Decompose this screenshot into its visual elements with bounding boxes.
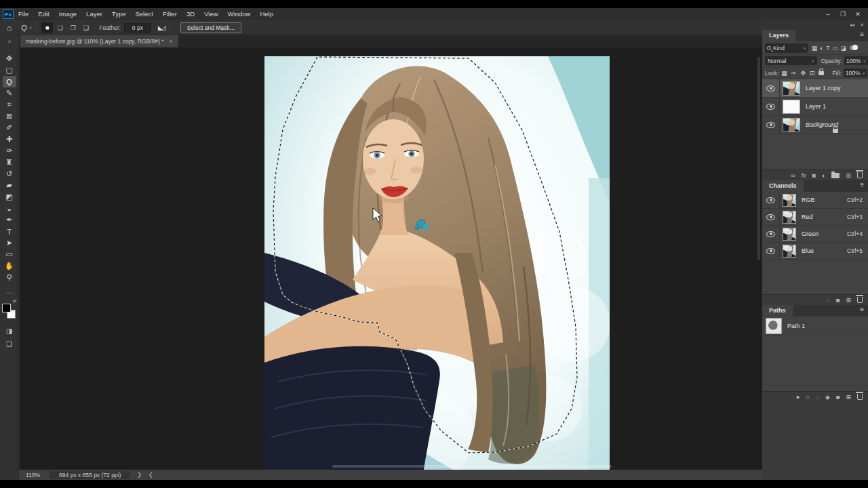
eye-icon[interactable]: [766, 248, 775, 254]
add-layer-mask-icon[interactable]: ◙: [812, 170, 816, 181]
menu-layer[interactable]: Layer: [81, 8, 107, 20]
menu-type[interactable]: Type: [107, 8, 131, 20]
paths-menu-icon[interactable]: ≡: [860, 306, 864, 313]
hand-tool[interactable]: ✋: [3, 260, 16, 272]
dock-close-icon[interactable]: ✕: [860, 22, 864, 28]
lock-pixels-icon[interactable]: ✑: [791, 70, 797, 77]
collapse-panels-icon[interactable]: ◂◂: [850, 22, 854, 28]
layer-thumbnail[interactable]: [783, 81, 800, 96]
toolbar-collapse-icon[interactable]: »: [0, 35, 19, 47]
filter-shape-layers-icon[interactable]: ▭: [832, 45, 837, 52]
load-channel-selection-icon[interactable]: ◌: [827, 295, 830, 306]
anti-alias-icon[interactable]: ◣◿: [158, 24, 165, 31]
path-name[interactable]: Path 1: [787, 323, 805, 329]
menu-file[interactable]: File: [14, 8, 33, 20]
lock-artboard-icon[interactable]: ⊡: [810, 70, 815, 77]
visibility-column[interactable]: [762, 98, 780, 115]
fill-dropdown[interactable]: 100% ∨: [844, 68, 867, 77]
horizontal-scrollbar[interactable]: [332, 465, 612, 468]
filter-smart-object-icon[interactable]: ◪: [840, 45, 846, 52]
home-icon[interactable]: ⌂: [7, 23, 12, 33]
link-layers-icon[interactable]: ∞: [791, 170, 795, 181]
visibility-column[interactable]: [762, 243, 780, 259]
filter-adjustment-layers-icon[interactable]: ◐: [820, 45, 823, 52]
screen-mode-icon[interactable]: ❏: [6, 340, 12, 348]
restore-button[interactable]: ❐: [835, 8, 850, 20]
channel-row-red[interactable]: Red Ctrl+3: [762, 209, 868, 226]
lock-position-icon[interactable]: ✥: [800, 70, 806, 77]
menu-help[interactable]: Help: [255, 8, 278, 20]
tab-channels[interactable]: Channels: [762, 180, 804, 192]
subtract-from-selection-mode[interactable]: ❐: [67, 22, 79, 33]
eraser-tool[interactable]: ▰: [3, 180, 16, 191]
new-path-icon[interactable]: ⊞: [846, 392, 851, 403]
tab-layers[interactable]: Layers: [762, 30, 795, 41]
menu-select[interactable]: Select: [130, 8, 157, 20]
select-and-mask-button[interactable]: Select and Mask...: [180, 22, 241, 33]
close-button[interactable]: ✕: [850, 8, 865, 20]
blend-mode-dropdown[interactable]: Normal ∨: [765, 56, 817, 65]
new-channel-icon[interactable]: ⊞: [846, 295, 851, 306]
layer-row-background[interactable]: Background: [762, 116, 868, 134]
make-work-path-icon[interactable]: ◈: [825, 392, 830, 403]
document-tab[interactable]: masking-before.jpg @ 110% (Layer 1 copy,…: [20, 35, 178, 47]
menu-filter[interactable]: Filter: [158, 8, 182, 20]
layer-filter-kind-dropdown[interactable]: Kind ∨: [765, 43, 808, 53]
menu-window[interactable]: Window: [223, 8, 256, 20]
channel-row-rgb[interactable]: RGB Ctrl+2: [762, 192, 868, 209]
adjustment-layer-icon[interactable]: ◐: [822, 170, 825, 181]
healing-brush-tool[interactable]: ✚: [3, 134, 16, 145]
crop-tool[interactable]: ⌗: [3, 99, 16, 110]
lasso-tool-preset-icon[interactable]: Ϙ: [21, 24, 27, 32]
vertical-scrollbar[interactable]: [757, 57, 760, 260]
visibility-column[interactable]: [762, 209, 780, 225]
visibility-column[interactable]: [762, 192, 780, 208]
lasso-tool[interactable]: Ϙ: [3, 76, 16, 87]
menu-3d[interactable]: 3D: [182, 8, 199, 20]
zoom-level[interactable]: 110%: [26, 472, 40, 479]
dodge-tool[interactable]: ◒: [3, 203, 16, 214]
shape-tool[interactable]: ▭: [3, 249, 16, 260]
menu-view[interactable]: View: [199, 8, 222, 20]
path-selection-tool[interactable]: ➤: [3, 237, 16, 249]
eye-icon[interactable]: [766, 197, 775, 203]
eyedropper-tool[interactable]: ✐: [3, 122, 16, 134]
filter-pixel-layers-icon[interactable]: ▦: [812, 45, 817, 52]
eye-icon[interactable]: [766, 214, 775, 220]
document-info[interactable]: 694 px x 855 px (72 ppi): [50, 471, 130, 479]
minimize-button[interactable]: –: [821, 8, 835, 20]
quick-selection-tool[interactable]: ✎: [3, 87, 16, 99]
layer-thumbnail[interactable]: [783, 100, 800, 114]
frame-tool[interactable]: ⊠: [3, 110, 16, 122]
path-row-path-1[interactable]: Path 1: [762, 317, 868, 336]
fill-path-icon[interactable]: ●: [796, 392, 800, 403]
status-popup-arrow-icon[interactable]: ❯: [137, 472, 142, 478]
brush-tool[interactable]: ✑: [3, 145, 16, 157]
channel-name[interactable]: Blue: [802, 247, 814, 254]
swap-colors-icon[interactable]: ⇄: [13, 299, 17, 304]
eye-icon[interactable]: [766, 104, 775, 110]
menu-edit[interactable]: Edit: [33, 8, 54, 20]
channel-name[interactable]: Green: [802, 230, 818, 237]
eye-icon[interactable]: [766, 231, 775, 237]
visibility-column[interactable]: [762, 226, 780, 242]
layer-name[interactable]: Layer 1 copy: [806, 85, 841, 92]
intersect-selection-mode[interactable]: ❑: [80, 22, 92, 33]
edit-toolbar-icon[interactable]: …: [6, 287, 13, 295]
feather-input[interactable]: 0 px: [124, 23, 151, 33]
visibility-column[interactable]: [762, 116, 780, 134]
eye-icon[interactable]: [766, 122, 775, 128]
add-to-selection-mode[interactable]: ❏: [54, 22, 66, 33]
new-selection-mode[interactable]: ■: [41, 22, 53, 33]
filter-type-layers-icon[interactable]: T: [826, 45, 829, 52]
delete-layer-icon[interactable]: [857, 172, 863, 178]
menu-image[interactable]: Image: [54, 8, 81, 20]
stroke-path-icon[interactable]: ○: [806, 392, 809, 403]
layer-thumbnail[interactable]: [783, 118, 800, 132]
save-selection-as-channel-icon[interactable]: ◙: [836, 295, 840, 306]
new-layer-icon[interactable]: ⊞: [846, 170, 851, 181]
channel-name[interactable]: Red: [802, 214, 813, 220]
zoom-tool[interactable]: ⚲: [3, 272, 16, 283]
tab-paths[interactable]: Paths: [762, 305, 793, 317]
gradient-tool[interactable]: ◩: [3, 191, 16, 203]
